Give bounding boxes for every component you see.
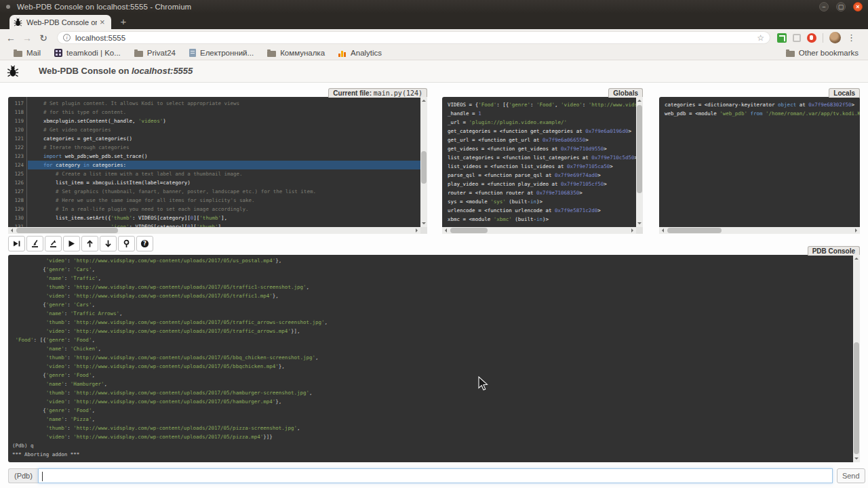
bookmarks-list: Mailteamkodi | Ko...Privat24Електронний.… xyxy=(0,49,382,57)
bookmark-item[interactable]: Електронний... xyxy=(189,49,254,57)
reload-icon[interactable]: ↻ xyxy=(35,33,52,43)
scroll-down-arrow[interactable] xyxy=(637,222,642,226)
continue-icon xyxy=(67,239,76,248)
global-variable-line: get_categories = <function get_categorie… xyxy=(448,127,636,136)
line-number: 122 xyxy=(8,143,26,152)
scrollbar-thumb[interactable] xyxy=(667,228,722,233)
code-line: # In a real-life plugin you need to set … xyxy=(28,205,420,214)
scroll-right-arrow[interactable] xyxy=(416,228,420,232)
scroll-left-arrow[interactable] xyxy=(9,228,13,232)
back-icon[interactable]: ← xyxy=(3,33,19,43)
scrollbar-thumb[interactable] xyxy=(450,228,488,233)
address-bar[interactable]: i localhost:5555 ☆ xyxy=(57,31,770,44)
line-number: 129 xyxy=(8,205,26,214)
console-output-line: 'name': 'Pizza', xyxy=(12,415,853,424)
bookmark-item[interactable]: Mail xyxy=(14,49,41,57)
pdb-console-panel: PDB Console 'video': 'http://www.vidspla… xyxy=(8,255,860,462)
console-output-line: 'name': 'Chicken', xyxy=(12,344,853,353)
return-button[interactable] xyxy=(45,236,62,251)
current-file-label: Current file: main.py(124) xyxy=(328,88,427,98)
code-horizontal-scrollbar[interactable] xyxy=(8,227,420,234)
scrollbar-corner xyxy=(420,227,427,234)
console-output-line: 'thumb': 'http://www.vidsplay.com/wp-con… xyxy=(12,283,853,291)
scrollbar-thumb[interactable] xyxy=(637,105,642,193)
console-output-line: {'genre': 'Food', xyxy=(12,406,853,415)
next-button[interactable] xyxy=(8,236,25,251)
scroll-up-arrow[interactable] xyxy=(637,98,642,102)
maximize-button[interactable]: ▢ xyxy=(836,2,846,12)
line-number: 124 xyxy=(8,161,26,169)
step-button[interactable] xyxy=(26,236,43,251)
send-button[interactable]: Send xyxy=(837,468,865,483)
globals-label: Globals xyxy=(608,88,643,98)
scroll-left-arrow[interactable] xyxy=(660,228,664,232)
where-button[interactable] xyxy=(118,236,135,251)
up-button[interactable] xyxy=(81,236,98,251)
console-output-line: 'thumb': 'http://www.vidsplay.com/wp-con… xyxy=(12,388,853,397)
new-tab-button[interactable]: + xyxy=(117,16,130,28)
bookmark-item[interactable]: Коммуналка xyxy=(267,49,325,57)
forward-icon[interactable]: → xyxy=(19,33,35,43)
scroll-down-arrow[interactable] xyxy=(854,458,859,462)
bookmark-item[interactable]: Analytics xyxy=(338,49,382,57)
console-output-line: 'thumb': 'http://www.vidsplay.com/wp-con… xyxy=(12,318,853,327)
profile-avatar[interactable] xyxy=(829,32,841,43)
app-indicator-dot xyxy=(6,5,10,9)
pdb-command-input[interactable] xyxy=(38,468,833,483)
bookmark-label: Електронний... xyxy=(200,49,254,57)
scroll-right-arrow[interactable] xyxy=(855,228,859,232)
global-variable-line: list_videos = <function list_videos at 0… xyxy=(448,162,636,171)
console-vertical-scrollbar[interactable] xyxy=(853,255,860,462)
scroll-up-arrow[interactable] xyxy=(422,98,426,102)
scroll-left-arrow[interactable] xyxy=(443,228,447,232)
locals-label: Locals xyxy=(829,88,860,98)
debug-toolbar: ? xyxy=(8,236,153,251)
locals-horizontal-scrollbar[interactable] xyxy=(659,227,860,234)
console-output-line: {'genre': 'Cars', xyxy=(12,300,853,309)
global-variable-line: parse_qsl = <function parse_qsl at 0x7f9… xyxy=(448,171,636,180)
browser-menu-icon[interactable]: ⋮ xyxy=(847,33,856,43)
scroll-up-arrow[interactable] xyxy=(854,256,859,260)
line-number: 125 xyxy=(8,169,26,178)
browser-toolbar: ← → ↻ i localhost:5555 ☆ ⋮ xyxy=(0,29,868,46)
line-number: 128 xyxy=(8,196,26,205)
extension-icon-gray[interactable] xyxy=(793,34,801,42)
down-button[interactable] xyxy=(100,236,117,251)
code-line: # Get video categories xyxy=(28,125,420,134)
other-bookmarks[interactable]: Other bookmarks xyxy=(786,49,859,57)
tab-strip: Web-PDB Console on loca × + xyxy=(0,14,868,29)
extension-icon-green[interactable] xyxy=(777,33,787,43)
minimize-button[interactable]: − xyxy=(819,2,829,12)
globals-vertical-scrollbar[interactable] xyxy=(636,97,643,227)
console-output-line: *** Aborting addon *** xyxy=(12,450,853,459)
close-button[interactable]: × xyxy=(853,2,863,12)
global-variable-line: urlencode = <function urlencode at 0x7f9… xyxy=(448,206,636,215)
continue-button[interactable] xyxy=(63,236,80,251)
code-vertical-scrollbar[interactable] xyxy=(420,97,427,227)
help-button[interactable]: ? xyxy=(136,236,153,251)
bookmark-label: Analytics xyxy=(351,49,382,57)
scroll-right-arrow[interactable] xyxy=(631,228,635,232)
browser-tab[interactable]: Web-PDB Console on loca × xyxy=(9,15,111,29)
page-title-host: localhost:5555 xyxy=(132,66,193,76)
extension-icon-red[interactable] xyxy=(807,33,816,43)
scrollbar-thumb[interactable] xyxy=(421,151,427,184)
mouse-cursor xyxy=(478,376,489,391)
document-icon xyxy=(189,49,196,57)
down-icon xyxy=(104,239,113,248)
console-output-line: 'name': 'Traffic', xyxy=(12,274,853,283)
scroll-down-arrow[interactable] xyxy=(422,222,426,226)
tab-close-icon[interactable]: × xyxy=(100,19,105,26)
code-line: 'icon': VIDEOS[category][0]['thumb'], xyxy=(28,222,420,227)
globals-horizontal-scrollbar[interactable] xyxy=(442,227,636,234)
where-icon xyxy=(122,239,131,248)
scrollbar-thumb[interactable] xyxy=(854,342,859,454)
help-icon: ? xyxy=(140,239,149,248)
bookmark-item[interactable]: Privat24 xyxy=(134,49,176,57)
scrollbar-thumb[interactable] xyxy=(16,228,118,233)
site-info-icon[interactable]: i xyxy=(63,34,71,41)
code-line: # Iterate through categories xyxy=(28,143,420,152)
current-file-name: main.py(124) xyxy=(374,89,422,97)
bookmark-item[interactable]: teamkodi | Ko... xyxy=(54,49,121,57)
bookmark-star-icon[interactable]: ☆ xyxy=(757,33,764,43)
